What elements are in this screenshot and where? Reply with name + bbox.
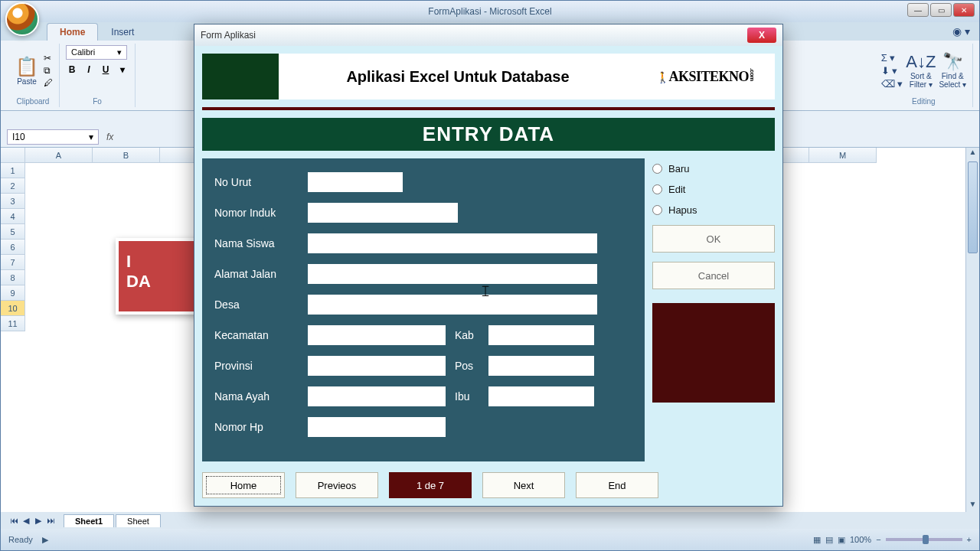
select-all-corner[interactable] <box>1 148 25 163</box>
zoom-out-button[interactable]: − <box>876 535 880 544</box>
view-break-icon[interactable]: ▣ <box>838 535 845 545</box>
view-layout-icon[interactable]: ▤ <box>825 535 833 545</box>
record-nav: Home Previeos 1 de 7 Next End <box>202 472 775 498</box>
kab-input[interactable] <box>488 325 594 345</box>
radio-baru[interactable]: Baru <box>652 163 775 174</box>
row-header[interactable]: 2 <box>1 178 25 194</box>
dialog-title: Form Aplikasi <box>201 30 256 41</box>
row-header[interactable]: 10 <box>1 301 25 316</box>
form-actions-panel: Baru Edit Hapus OK Cancel <box>652 158 775 461</box>
col-header[interactable]: M <box>809 148 877 163</box>
scroll-up-icon[interactable]: ▲ <box>966 148 979 160</box>
clear-icon[interactable]: ⌫ ▾ <box>881 78 903 90</box>
kecamatan-input[interactable] <box>308 325 446 345</box>
font-name-dropdown[interactable]: Calibri▾ <box>66 45 127 60</box>
sheet-tabs: ⏮ ◀ ▶ ⏭ Sheet1 Sheet <box>1 512 979 529</box>
paste-button[interactable]: 📋 Paste <box>13 52 41 89</box>
autosum-icon[interactable]: Σ ▾ <box>881 52 903 64</box>
vertical-scrollbar[interactable]: ▲ ▼ <box>965 148 979 512</box>
window-title: FormAplikasi - Microsoft Excel <box>428 6 551 17</box>
dialog-close-button[interactable]: X <box>747 28 776 43</box>
sheet-nav-next[interactable]: ▶ <box>33 516 44 526</box>
nav-end-button[interactable]: End <box>576 472 658 498</box>
dialog-titlebar[interactable]: Form Aplikasi X <box>194 24 782 46</box>
binoculars-icon: 🔭 <box>942 52 963 72</box>
no-urut-input[interactable] <box>308 172 403 192</box>
pos-input[interactable] <box>488 356 594 376</box>
label-nama-ayah: Nama Ayah <box>214 390 308 403</box>
fx-icon[interactable]: fx <box>102 132 118 142</box>
name-box[interactable]: I10▾ <box>7 129 99 145</box>
aksitekno-logo: 🚶AKSITEKNO.com <box>637 68 775 85</box>
background-card: I DA <box>116 238 200 315</box>
row-header[interactable]: 6 <box>1 240 25 255</box>
zoom-in-button[interactable]: + <box>967 535 972 544</box>
cancel-button[interactable]: Cancel <box>652 262 775 289</box>
office-button[interactable] <box>5 2 39 36</box>
sheet-tab-sheet1[interactable]: Sheet1 <box>64 514 114 527</box>
preview-box <box>652 303 775 403</box>
zoom-slider[interactable] <box>886 538 962 541</box>
ibu-input[interactable] <box>488 386 594 406</box>
italic-button[interactable]: I <box>83 64 95 75</box>
sheet-nav-last[interactable]: ⏭ <box>45 516 56 526</box>
row-header[interactable]: 8 <box>1 270 25 285</box>
row-header[interactable]: 9 <box>1 285 25 301</box>
provinsi-input[interactable] <box>308 356 446 376</box>
nomor-induk-input[interactable] <box>308 203 458 223</box>
desa-input[interactable] <box>308 295 597 315</box>
ok-button[interactable]: OK <box>652 225 775 253</box>
row-header[interactable]: 3 <box>1 194 25 209</box>
col-header[interactable]: B <box>93 148 160 163</box>
nama-ayah-input[interactable] <box>308 386 446 406</box>
nama-siswa-input[interactable] <box>308 233 597 253</box>
nav-next-button[interactable]: Next <box>482 472 565 498</box>
banner: Aplikasi Excel Untuk Database 🚶AKSITEKNO… <box>202 54 775 99</box>
form-fields-panel: No Urut Nomor Induk Nama Siswa Alamat Ja… <box>202 158 645 461</box>
label-provinsi: Provinsi <box>214 360 308 372</box>
format-painter-icon[interactable]: 🖊 <box>44 77 53 88</box>
fill-icon[interactable]: ⬇ ▾ <box>881 65 903 77</box>
radio-hapus[interactable]: Hapus <box>652 204 775 216</box>
close-button[interactable]: ✕ <box>953 3 975 17</box>
nav-home-button[interactable]: Home <box>202 472 285 498</box>
scroll-down-icon[interactable]: ▼ <box>966 500 979 512</box>
separator <box>202 107 775 110</box>
tab-home[interactable]: Home <box>47 23 98 41</box>
label-ibu: Ibu <box>455 390 488 403</box>
minimize-button[interactable]: — <box>907 3 929 17</box>
status-bar: Ready ▶ ▦ ▤ ▣ 100% − + <box>1 529 979 550</box>
row-header[interactable]: 7 <box>1 255 25 270</box>
label-kab: Kab <box>455 329 488 341</box>
find-select-button[interactable]: 🔭 Find & Select ▾ <box>939 52 966 89</box>
form-aplikasi-dialog: Form Aplikasi X Aplikasi Excel Untuk Dat… <box>194 24 783 507</box>
radio-edit[interactable]: Edit <box>652 184 775 195</box>
row-header[interactable]: 4 <box>1 209 25 224</box>
label-kecamatan: Kecamatan <box>214 329 308 341</box>
nomor-hp-input[interactable] <box>308 417 446 437</box>
bold-button[interactable]: B <box>66 64 78 75</box>
copy-icon[interactable]: ⧉ <box>44 65 53 76</box>
sheet-nav-first[interactable]: ⏮ <box>8 516 19 526</box>
status-ready: Ready <box>8 535 33 544</box>
sort-filter-button[interactable]: A↓Z Sort & Filter ▾ <box>906 52 936 89</box>
cut-icon[interactable]: ✂ <box>44 53 53 64</box>
tab-insert[interactable]: Insert <box>98 23 147 41</box>
underline-button[interactable]: U <box>100 64 112 75</box>
sheet-tab-other[interactable]: Sheet <box>116 514 161 527</box>
row-header[interactable]: 1 <box>1 163 25 178</box>
col-header[interactable]: A <box>25 148 93 163</box>
label-no-urut: No Urut <box>214 176 308 188</box>
row-header[interactable]: 5 <box>1 224 25 240</box>
maximize-button[interactable]: ▭ <box>930 3 952 17</box>
view-normal-icon[interactable]: ▦ <box>813 535 821 545</box>
scroll-thumb[interactable] <box>968 161 978 253</box>
label-pos: Pos <box>455 360 488 372</box>
sheet-nav-prev[interactable]: ◀ <box>21 516 31 526</box>
macro-icon[interactable]: ▶ <box>42 535 48 545</box>
nav-prev-button[interactable]: Previeos <box>296 472 378 498</box>
help-icon[interactable]: ◉ ▾ <box>943 22 979 41</box>
row-header[interactable]: 11 <box>1 316 25 331</box>
label-desa: Desa <box>214 298 308 311</box>
alamat-jalan-input[interactable] <box>308 264 597 284</box>
